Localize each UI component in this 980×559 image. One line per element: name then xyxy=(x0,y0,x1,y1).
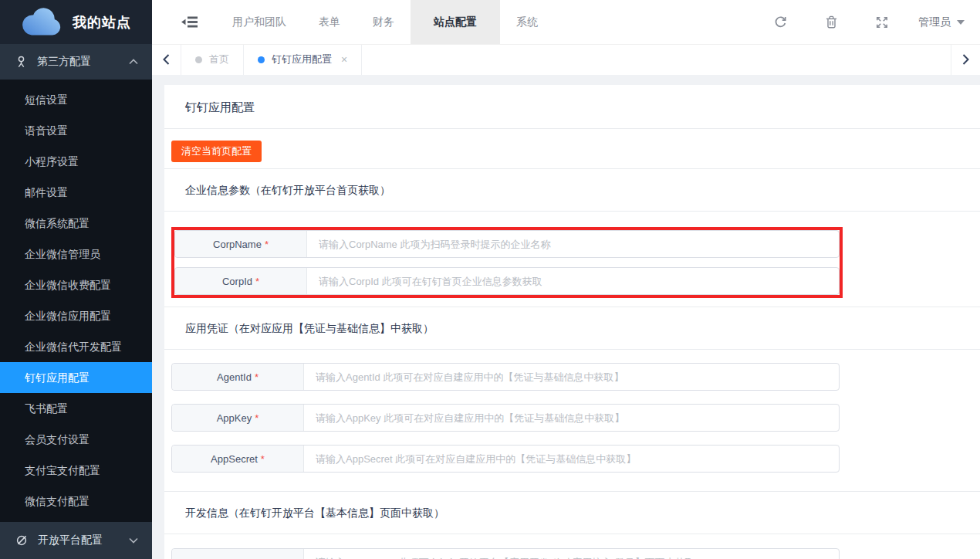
required-asterisk: * xyxy=(261,453,265,465)
fullscreen-icon[interactable] xyxy=(857,16,907,29)
nav-item-forms[interactable]: 表单 xyxy=(302,0,357,44)
appsecret-input[interactable] xyxy=(304,446,839,472)
section-title-corp-info: 企业信息参数（在钉钉开放平台首页获取） xyxy=(164,169,980,212)
logo-area[interactable]: 我的站点 xyxy=(0,0,152,44)
sidebar-item-wecom-charge[interactable]: 企业微信收费配置 xyxy=(0,269,152,300)
nav-item-finance[interactable]: 财务 xyxy=(357,0,411,44)
top-nav: 用户和团队 表单 财务 站点配置 系统 xyxy=(152,0,980,44)
sidebar-item-feishu[interactable]: 飞书配置 xyxy=(0,393,152,424)
tab-home[interactable]: 首页 xyxy=(181,44,244,75)
field-label: CorpName * xyxy=(175,231,307,257)
site-title: 我的站点 xyxy=(73,13,131,32)
field-label-text: AppKey xyxy=(217,412,252,424)
field-input-wrap xyxy=(304,446,839,472)
required-asterisk: * xyxy=(262,557,266,559)
sidebar-collapse-icon[interactable] xyxy=(181,15,198,29)
sidebar-item-wecom-admin[interactable]: 企业微信管理员 xyxy=(0,239,152,269)
highlight-red-box: CorpName * CorpId * xyxy=(171,227,843,298)
field-input-wrap xyxy=(307,231,839,257)
chevron-down-icon xyxy=(957,20,965,25)
tab-bar: 首页 钉钉应用配置 × xyxy=(152,44,980,75)
clear-page-config-button[interactable]: 清空当前页配置 xyxy=(171,141,262,162)
admin-user-label: 管理员 xyxy=(918,15,951,29)
field-label: CorpId * xyxy=(175,268,307,294)
nav-item-site-config[interactable]: 站点配置 xyxy=(411,0,500,44)
field-label-text: AgentId xyxy=(217,371,252,383)
sidebar-group-label: 开放平台配置 xyxy=(38,534,119,547)
main-area: 钉钉应用配置 清空当前页配置 企业信息参数（在钉钉开放平台首页获取） CorpN… xyxy=(152,75,980,559)
corpname-input[interactable] xyxy=(307,231,839,257)
required-asterisk: * xyxy=(255,276,259,287)
sidebar-item-dingtalk-app[interactable]: 钉钉应用配置 xyxy=(0,362,152,393)
sidebar: 第三方配置 短信设置 语音设置 小程序设置 邮件设置 微信系统配置 企业微信管理… xyxy=(0,44,152,559)
app-window: 我的站点 用户和团队 表单 财务 站点配置 系统 xyxy=(0,0,980,559)
trash-icon[interactable] xyxy=(806,15,857,29)
sidebar-item-voice[interactable]: 语音设置 xyxy=(0,115,152,146)
section-fields-corp-info: CorpName * CorpId * xyxy=(164,212,980,307)
field-input-wrap xyxy=(307,268,839,294)
field-row-agentid: AgentId * xyxy=(171,363,840,391)
sidebar-item-alipay[interactable]: 支付宝支付配置 xyxy=(0,455,152,486)
sidebar-menu: 短信设置 语音设置 小程序设置 邮件设置 微信系统配置 企业微信管理员 企业微信… xyxy=(0,80,152,517)
cloud-logo-icon xyxy=(20,8,63,37)
sidebar-item-wecom-app[interactable]: 企业微信应用配置 xyxy=(0,300,152,331)
chevron-up-icon xyxy=(129,59,138,65)
sidebar-group-open-platform[interactable]: 开放平台配置 xyxy=(0,522,152,559)
sidebar-item-sms[interactable]: 短信设置 xyxy=(0,84,152,115)
field-label-text: SSOSecret xyxy=(209,557,259,559)
content-panel: 钉钉应用配置 清空当前页配置 企业信息参数（在钉钉开放平台首页获取） CorpN… xyxy=(164,85,980,559)
field-input-wrap xyxy=(304,405,839,431)
field-label: AppKey * xyxy=(172,405,304,431)
section-fields-dev-info: SSOSecret * xyxy=(164,534,980,559)
agentid-input[interactable] xyxy=(304,364,839,390)
field-label-text: CorpName xyxy=(213,239,262,250)
tab-dot-icon xyxy=(195,56,202,63)
tabs-scroll-right-icon[interactable] xyxy=(951,44,980,75)
tab-label: 首页 xyxy=(209,53,229,66)
field-label: AppSecret * xyxy=(172,446,304,472)
field-row-corpid: CorpId * xyxy=(174,267,840,295)
field-label-text: CorpId xyxy=(222,276,252,287)
required-asterisk: * xyxy=(255,412,259,424)
section-title-dev-info: 开发信息（在钉钉开放平台【基本信息】页面中获取） xyxy=(164,492,980,534)
header-actions: 管理员 xyxy=(755,15,980,29)
field-row-appsecret: AppSecret * xyxy=(171,445,840,473)
close-icon[interactable]: × xyxy=(341,53,347,66)
tab-label: 钉钉应用配置 xyxy=(272,53,332,66)
person-icon xyxy=(15,56,27,68)
refresh-icon[interactable] xyxy=(755,15,806,29)
section-title-app-credentials: 应用凭证（在对应应用【凭证与基础信息】中获取） xyxy=(164,307,980,350)
appkey-input[interactable] xyxy=(304,405,839,431)
chevron-down-icon xyxy=(129,537,138,544)
sidebar-item-member-pay[interactable]: 会员支付设置 xyxy=(0,424,152,455)
field-row-ssosecret: SSOSecret * xyxy=(171,548,840,559)
tabs-scroll-left-icon[interactable] xyxy=(152,44,181,75)
section-fields-app-credentials: AgentId * AppKey * xyxy=(164,350,980,492)
page-title: 钉钉应用配置 xyxy=(164,85,980,129)
sidebar-item-email[interactable]: 邮件设置 xyxy=(0,177,152,208)
sidebar-item-wechat-pay[interactable]: 微信支付配置 xyxy=(0,486,152,517)
field-row-appkey: AppKey * xyxy=(171,404,840,432)
toolbar: 清空当前页配置 xyxy=(164,129,980,169)
field-label: SSOSecret * xyxy=(172,549,304,559)
required-asterisk: * xyxy=(255,371,259,383)
corpid-input[interactable] xyxy=(307,268,839,294)
sidebar-item-wecom-dev[interactable]: 企业微信代开发配置 xyxy=(0,331,152,362)
field-row-corpname: CorpName * xyxy=(174,230,840,258)
sidebar-item-miniprogram[interactable]: 小程序设置 xyxy=(0,146,152,177)
ssosecret-input[interactable] xyxy=(304,549,839,559)
sidebar-item-wechat-system[interactable]: 微信系统配置 xyxy=(0,208,152,239)
field-label: AgentId * xyxy=(172,364,304,390)
tab-dingtalk-config[interactable]: 钉钉应用配置 × xyxy=(244,44,362,75)
top-header: 我的站点 用户和团队 表单 财务 站点配置 系统 xyxy=(0,0,980,44)
field-label-text: AppSecret xyxy=(211,453,258,465)
field-input-wrap xyxy=(304,364,839,390)
sidebar-group-third-party[interactable]: 第三方配置 xyxy=(0,44,152,80)
nav-item-users-teams[interactable]: 用户和团队 xyxy=(216,0,302,44)
nav-item-system[interactable]: 系统 xyxy=(500,0,554,44)
circle-slash-icon xyxy=(15,534,28,547)
tab-dot-icon xyxy=(258,56,265,63)
admin-user-menu[interactable]: 管理员 xyxy=(907,15,965,29)
sidebar-group-label: 第三方配置 xyxy=(37,55,119,69)
field-input-wrap xyxy=(304,549,839,559)
